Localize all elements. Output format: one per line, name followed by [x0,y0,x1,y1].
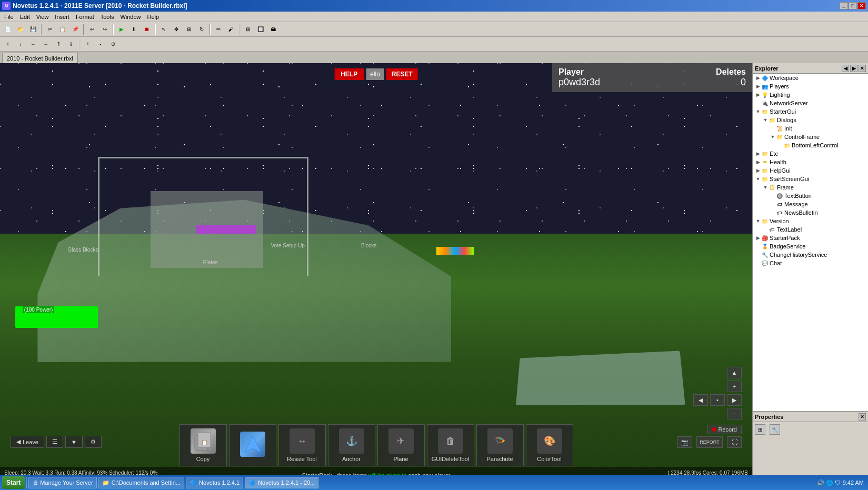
tree-item-startscreengui[interactable]: ▼ 📁 StartScreenGui [753,175,868,183]
record-button[interactable]: Record [707,425,742,434]
tree-item-players[interactable]: ▶ 👥 Players [753,82,868,91]
tb2-move-up[interactable]: ↑ [2,38,14,50]
menu-edit[interactable]: Edit [17,13,33,21]
tb2-zoom-in[interactable]: + [82,38,94,50]
tree-item-newsbulletin[interactable]: 🏷 NewsBulletin [753,208,868,217]
vc-fullscreen-btn[interactable]: ⛶ [727,436,742,448]
tb-scale[interactable]: ⊞ [183,24,195,35]
tb2-move-back[interactable]: ⇓ [65,38,77,50]
tree-item-textbutton[interactable]: 🔘 TextButton [753,192,868,200]
tree-item-helpgui[interactable]: ▶ 📁 HelpGui [753,166,868,175]
tree-item-init[interactable]: 📜 Init [753,124,868,133]
tb-rotate[interactable]: ↻ [196,24,207,35]
tree-item-lighting[interactable]: ▶ 💡 Lighting [753,91,868,99]
tb-draw[interactable]: ✏ [213,24,224,35]
tb-paste[interactable]: 📌 [69,24,81,35]
close-button[interactable]: ✕ [857,2,866,9]
tb-save[interactable]: 💾 [27,24,39,35]
menu-file[interactable]: File [1,13,17,21]
tb2-move-fwd[interactable]: ⇑ [53,38,64,50]
vc-center-btn[interactable]: • [710,394,725,406]
taskbar-documents[interactable]: 📁 C:\Documents and Settin... [98,477,184,488]
maximize-button[interactable]: □ [849,2,857,9]
tree-item-controlframe[interactable]: ▼ 📁 ControlFrame [753,133,868,141]
tree-item-changehistoryservice[interactable]: 🔧 ChangeHistoryService [753,251,868,259]
tb-undo[interactable]: ↩ [86,24,98,35]
tb-cut[interactable]: ✂ [44,24,56,35]
tree-item-workspace[interactable]: ▶ 🔷 Workspace [753,74,868,82]
vc-right-btn[interactable]: ▶ [727,394,742,406]
tb2-move-right[interactable]: → [40,38,52,50]
tree-item-health[interactable]: ▶ ❤ Health [753,158,868,166]
tb-grid[interactable]: ⊞ [242,24,254,35]
tb-new[interactable]: 📄 [2,24,14,35]
tree-item-starterpack[interactable]: ▶ 🎒 StarterPack [753,234,868,242]
tb2-move-down[interactable]: ↓ [15,38,26,50]
vc-up-btn[interactable]: ▲ [727,367,742,378]
tb-select[interactable]: ↖ [158,24,169,35]
tree-item-networkserver[interactable]: 🔌 NetworkServer [753,99,868,107]
tool-copy[interactable]: 📋 Copy [179,424,227,466]
vc-report-btn[interactable]: REPORT [696,436,723,448]
tb-copy[interactable]: 📋 [57,24,68,35]
tool-anchor[interactable]: ⚓ Anchor [328,424,375,466]
tool-plane[interactable]: ✈ Plane [377,424,425,466]
start-button[interactable]: Start [2,476,25,489]
vc-camera-btn[interactable]: 📷 [677,436,692,448]
vc-plus-btn[interactable]: + [727,381,742,392]
tree-item-message[interactable]: 🏷 Message [753,200,868,208]
menu-tools[interactable]: Tools [97,13,117,21]
menu-window[interactable]: Window [117,13,144,21]
list-button[interactable]: ☰ [46,436,63,448]
tb-pause[interactable]: ⏸ [128,24,140,35]
minimize-button[interactable]: _ [840,2,848,9]
tree-item-badgeservice[interactable]: 🏅 BadgeService [753,242,868,251]
tb-play[interactable]: ▶ [116,24,127,35]
tool-resize[interactable]: ↔ Resize Tool [278,424,326,466]
menu-view[interactable]: View [33,13,52,21]
tb2-center[interactable]: ⊙ [107,38,119,50]
tb2-zoom-out[interactable]: - [95,38,106,50]
tree-item-bottomleftcontrol[interactable]: 📁 BottomLeftControl [753,141,868,149]
tb-snap[interactable]: 🔲 [255,24,266,35]
tree-item-startergui[interactable]: ▼ 📁 StarterGui [753,107,868,116]
tool-anchor-visual[interactable] [229,424,276,466]
tb-terrain[interactable]: 🏔 [267,24,279,35]
tb2-move-left[interactable]: ← [27,38,39,50]
vc-minus-btn[interactable]: − [727,408,742,419]
tree-item-textlabel[interactable]: 🏷 TextLabel [753,225,868,234]
tree-item-dialogs[interactable]: ▼ 📁 Dialogs [753,116,868,124]
explorer-tree[interactable]: ▶ 🔷 Workspace ▶ 👥 Players ▶ 💡 Lighting [753,74,868,411]
prop-icon-2[interactable]: 🔧 [770,424,780,435]
tool-color[interactable]: 🎨 ColorTool [526,424,573,466]
vc-left-btn[interactable]: ◀ [693,394,708,406]
tb-paint[interactable]: 🖌 [225,24,237,35]
settings-button[interactable]: ⚙ [85,436,102,448]
explorer-nav-left[interactable]: ◀ [842,65,849,72]
help-button[interactable]: HELP [334,68,364,80]
tool-parachute[interactable]: 🪂 Parachute [476,424,524,466]
taskbar-manage-server[interactable]: 🖥 Manage Your Server [28,477,96,488]
reset-button[interactable]: RESET [386,68,418,80]
menu-format[interactable]: Format [73,13,97,21]
tb-move[interactable]: ✥ [171,24,182,35]
down-button[interactable]: ▼ [65,436,83,448]
explorer-close[interactable]: ✕ [859,65,866,72]
tree-item-etc[interactable]: ▶ 📁 Etc [753,149,868,158]
explorer-nav-right[interactable]: ▶ [850,65,857,72]
taskbar-novetus-2[interactable]: 🔷 Novetus 1.2.4.1 - 20... [245,477,318,488]
tool-guidelete[interactable]: 🗑 GUIDeleteTool [427,424,474,466]
tree-item-chat[interactable]: 💬 Chat [753,259,868,267]
tab-rocket-builder[interactable]: 2010 - Rocket Builder.rbxl [2,53,78,63]
prop-icon-1[interactable]: ⊞ [755,424,765,435]
tb-stop[interactable]: ⏹ [141,24,153,35]
menu-help[interactable]: Help [144,13,163,21]
leave-button[interactable]: ◀ Leave [11,436,44,448]
tree-item-version[interactable]: ▼ 📁 Version [753,217,868,225]
taskbar-novetus-1[interactable]: 🔷 Novetus 1.2.4.1 [186,477,243,488]
tb-open[interactable]: 📂 [15,24,26,35]
tb-redo[interactable]: ↪ [99,24,111,35]
menu-insert[interactable]: Insert [52,13,73,21]
tree-item-frame[interactable]: ▼ 🖼 Frame [753,183,868,192]
properties-close[interactable]: ✕ [859,413,866,421]
